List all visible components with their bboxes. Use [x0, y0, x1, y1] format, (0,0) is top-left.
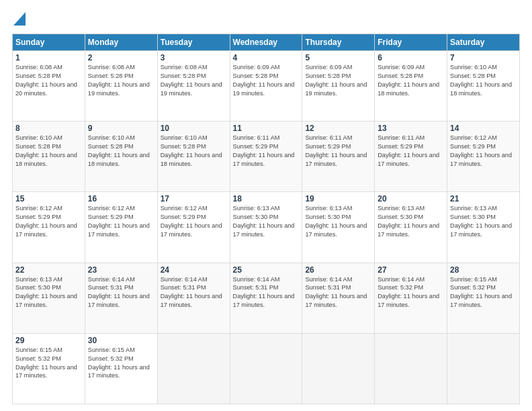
day-cell: 19Sunrise: 6:13 AMSunset: 5:30 PMDayligh…: [302, 192, 375, 263]
day-cell: [447, 333, 520, 404]
day-info: Sunrise: 6:12 AMSunset: 5:29 PMDaylight:…: [15, 204, 82, 239]
day-info: Sunrise: 6:09 AMSunset: 5:28 PMDaylight:…: [233, 63, 300, 98]
day-info: Sunrise: 6:10 AMSunset: 5:28 PMDaylight:…: [161, 134, 227, 169]
day-number: 26: [305, 265, 371, 275]
day-number: 12: [305, 124, 371, 133]
day-cell: 14Sunrise: 6:12 AMSunset: 5:29 PMDayligh…: [447, 122, 520, 192]
day-cell: [230, 333, 302, 404]
day-cell: 23Sunrise: 6:14 AMSunset: 5:31 PMDayligh…: [85, 263, 157, 333]
day-cell: 21Sunrise: 6:13 AMSunset: 5:30 PMDayligh…: [447, 192, 520, 263]
day-info: Sunrise: 6:15 AMSunset: 5:32 PMDaylight:…: [88, 346, 154, 381]
day-info: Sunrise: 6:11 AMSunset: 5:29 PMDaylight:…: [305, 134, 371, 169]
day-cell: 25Sunrise: 6:14 AMSunset: 5:31 PMDayligh…: [230, 263, 302, 333]
day-number: 27: [378, 265, 444, 275]
week-row-2: 8Sunrise: 6:10 AMSunset: 5:28 PMDaylight…: [13, 122, 520, 192]
day-info: Sunrise: 6:13 AMSunset: 5:30 PMDaylight:…: [233, 204, 300, 239]
day-info: Sunrise: 6:14 AMSunset: 5:31 PMDaylight:…: [233, 275, 300, 310]
day-info: Sunrise: 6:10 AMSunset: 5:28 PMDaylight:…: [15, 134, 82, 169]
day-number: 7: [450, 53, 517, 62]
day-info: Sunrise: 6:09 AMSunset: 5:28 PMDaylight:…: [305, 63, 371, 98]
day-cell: 27Sunrise: 6:14 AMSunset: 5:32 PMDayligh…: [375, 263, 447, 333]
day-info: Sunrise: 6:15 AMSunset: 5:32 PMDaylight:…: [450, 275, 517, 310]
day-cell: 5Sunrise: 6:09 AMSunset: 5:28 PMDaylight…: [302, 51, 375, 122]
weekday-sunday: Sunday: [13, 34, 85, 51]
day-info: Sunrise: 6:14 AMSunset: 5:32 PMDaylight:…: [378, 275, 444, 310]
day-cell: 12Sunrise: 6:11 AMSunset: 5:29 PMDayligh…: [302, 122, 375, 192]
day-info: Sunrise: 6:15 AMSunset: 5:32 PMDaylight:…: [15, 346, 82, 381]
day-cell: 30Sunrise: 6:15 AMSunset: 5:32 PMDayligh…: [85, 333, 157, 404]
calendar: SundayMondayTuesdayWednesdayThursdayFrid…: [12, 34, 520, 404]
day-cell: 15Sunrise: 6:12 AMSunset: 5:29 PMDayligh…: [13, 192, 85, 263]
weekday-friday: Friday: [375, 34, 447, 51]
day-number: 4: [233, 53, 300, 62]
day-number: 3: [161, 53, 227, 62]
day-number: 8: [15, 124, 82, 133]
day-number: 5: [305, 53, 371, 62]
day-info: Sunrise: 6:13 AMSunset: 5:30 PMDaylight:…: [15, 275, 82, 310]
day-info: Sunrise: 6:13 AMSunset: 5:30 PMDaylight:…: [378, 204, 444, 239]
day-number: 2: [88, 53, 154, 62]
day-number: 13: [378, 124, 444, 133]
day-number: 24: [161, 265, 227, 275]
day-number: 28: [450, 265, 517, 275]
day-info: Sunrise: 6:12 AMSunset: 5:29 PMDaylight:…: [88, 204, 154, 239]
weekday-wednesday: Wednesday: [230, 34, 302, 51]
day-info: Sunrise: 6:12 AMSunset: 5:29 PMDaylight:…: [161, 204, 227, 239]
day-number: 18: [233, 194, 300, 203]
weekday-tuesday: Tuesday: [157, 34, 230, 51]
day-number: 11: [233, 124, 300, 133]
day-number: 19: [305, 194, 371, 203]
day-info: Sunrise: 6:08 AMSunset: 5:28 PMDaylight:…: [15, 63, 82, 98]
day-number: 22: [15, 265, 82, 275]
svg-marker-0: [13, 12, 26, 26]
calendar-table: SundayMondayTuesdayWednesdayThursdayFrid…: [12, 34, 520, 404]
day-cell: 3Sunrise: 6:08 AMSunset: 5:28 PMDaylight…: [157, 51, 230, 122]
day-cell: [375, 333, 447, 404]
weekday-thursday: Thursday: [302, 34, 375, 51]
day-number: 16: [88, 194, 154, 203]
weekday-monday: Monday: [85, 34, 157, 51]
day-cell: 11Sunrise: 6:11 AMSunset: 5:29 PMDayligh…: [230, 122, 302, 192]
day-cell: 17Sunrise: 6:12 AMSunset: 5:29 PMDayligh…: [157, 192, 230, 263]
day-info: Sunrise: 6:14 AMSunset: 5:31 PMDaylight:…: [305, 275, 371, 310]
day-number: 14: [450, 124, 517, 133]
day-info: Sunrise: 6:10 AMSunset: 5:28 PMDaylight:…: [88, 134, 154, 169]
day-info: Sunrise: 6:08 AMSunset: 5:28 PMDaylight:…: [161, 63, 227, 98]
weekday-saturday: Saturday: [447, 34, 520, 51]
day-cell: 6Sunrise: 6:09 AMSunset: 5:28 PMDaylight…: [375, 51, 447, 122]
day-cell: 10Sunrise: 6:10 AMSunset: 5:28 PMDayligh…: [157, 122, 230, 192]
day-number: 6: [378, 53, 444, 62]
day-info: Sunrise: 6:11 AMSunset: 5:29 PMDaylight:…: [378, 134, 444, 169]
day-number: 25: [233, 265, 300, 275]
week-row-4: 22Sunrise: 6:13 AMSunset: 5:30 PMDayligh…: [13, 263, 520, 333]
day-cell: 22Sunrise: 6:13 AMSunset: 5:30 PMDayligh…: [13, 263, 85, 333]
day-cell: [157, 333, 230, 404]
day-number: 15: [15, 194, 82, 203]
day-cell: 4Sunrise: 6:09 AMSunset: 5:28 PMDaylight…: [230, 51, 302, 122]
day-cell: 1Sunrise: 6:08 AMSunset: 5:28 PMDaylight…: [13, 51, 85, 122]
day-cell: 8Sunrise: 6:10 AMSunset: 5:28 PMDaylight…: [13, 122, 85, 192]
week-row-3: 15Sunrise: 6:12 AMSunset: 5:29 PMDayligh…: [13, 192, 520, 263]
day-info: Sunrise: 6:11 AMSunset: 5:29 PMDaylight:…: [233, 134, 300, 169]
day-number: 29: [15, 336, 82, 345]
day-cell: 7Sunrise: 6:10 AMSunset: 5:28 PMDaylight…: [447, 51, 520, 122]
day-cell: [302, 333, 375, 404]
day-info: Sunrise: 6:10 AMSunset: 5:28 PMDaylight:…: [450, 63, 517, 98]
day-cell: 2Sunrise: 6:08 AMSunset: 5:28 PMDaylight…: [85, 51, 157, 122]
day-cell: 16Sunrise: 6:12 AMSunset: 5:29 PMDayligh…: [85, 192, 157, 263]
day-cell: 29Sunrise: 6:15 AMSunset: 5:32 PMDayligh…: [13, 333, 85, 404]
week-row-5: 29Sunrise: 6:15 AMSunset: 5:32 PMDayligh…: [13, 333, 520, 404]
day-number: 9: [88, 124, 154, 133]
weekday-header-row: SundayMondayTuesdayWednesdayThursdayFrid…: [13, 34, 520, 51]
day-cell: 9Sunrise: 6:10 AMSunset: 5:28 PMDaylight…: [85, 122, 157, 192]
day-info: Sunrise: 6:14 AMSunset: 5:31 PMDaylight:…: [161, 275, 227, 310]
day-number: 23: [88, 265, 154, 275]
day-info: Sunrise: 6:13 AMSunset: 5:30 PMDaylight:…: [305, 204, 371, 239]
day-cell: 13Sunrise: 6:11 AMSunset: 5:29 PMDayligh…: [375, 122, 447, 192]
day-info: Sunrise: 6:14 AMSunset: 5:31 PMDaylight:…: [88, 275, 154, 310]
day-cell: 20Sunrise: 6:13 AMSunset: 5:30 PMDayligh…: [375, 192, 447, 263]
day-number: 10: [161, 124, 227, 133]
day-cell: 24Sunrise: 6:14 AMSunset: 5:31 PMDayligh…: [157, 263, 230, 333]
day-cell: 26Sunrise: 6:14 AMSunset: 5:31 PMDayligh…: [302, 263, 375, 333]
logo: [12, 9, 26, 28]
